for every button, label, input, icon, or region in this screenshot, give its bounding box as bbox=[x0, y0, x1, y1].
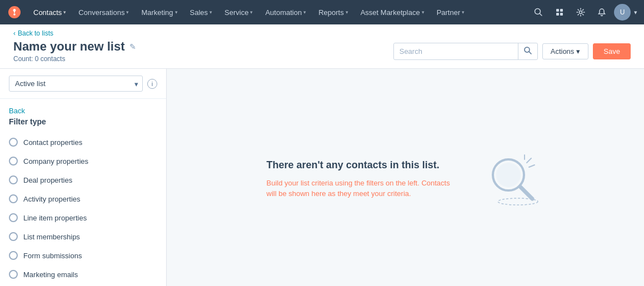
nav-marketing[interactable]: Marketing ▾ bbox=[136, 0, 183, 24]
notifications-icon-button[interactable] bbox=[593, 3, 611, 21]
filter-options-list: Contact properties Company properties De… bbox=[0, 131, 166, 286]
radio-list-memberships[interactable] bbox=[9, 232, 18, 241]
filter-sidebar: Active list Static list i Back Filter ty… bbox=[0, 69, 167, 286]
radio-activity-properties[interactable] bbox=[9, 194, 18, 203]
topnav-icon-group: U ▾ bbox=[530, 3, 637, 21]
nav-asset-marketplace[interactable]: Asset Marketplace ▾ bbox=[355, 0, 430, 24]
contact-count-label: Count: 0 contacts bbox=[13, 55, 136, 63]
page-subheader: ‹ Back to lists Name your new list ✎ Cou… bbox=[0, 24, 644, 69]
nav-partner[interactable]: Partner ▾ bbox=[431, 0, 471, 24]
svg-point-1 bbox=[13, 13, 16, 16]
filter-option-activity-properties[interactable]: Activity properties bbox=[0, 189, 166, 208]
hubspot-logo[interactable] bbox=[7, 4, 22, 20]
nav-service[interactable]: Service ▾ bbox=[219, 0, 258, 24]
filter-option-line-item-properties[interactable]: Line item properties bbox=[0, 208, 166, 227]
nav-automation[interactable]: Automation ▾ bbox=[259, 0, 312, 24]
search-box bbox=[393, 43, 538, 60]
filter-option-form-submissions[interactable]: Form submissions bbox=[0, 246, 166, 265]
nav-contacts[interactable]: Contacts ▾ bbox=[28, 0, 72, 24]
nav-reports[interactable]: Reports ▾ bbox=[313, 0, 354, 24]
search-submit-button[interactable] bbox=[518, 43, 537, 59]
chevron-down-icon: ▾ bbox=[346, 9, 348, 15]
grid-icon-button[interactable] bbox=[551, 3, 568, 21]
empty-state: There aren't any contacts in this list. … bbox=[256, 141, 556, 218]
filter-option-email-subscriptions[interactable]: Email subscriptions bbox=[0, 284, 166, 286]
filter-option-contact-properties[interactable]: Contact properties bbox=[0, 133, 166, 152]
search-icon bbox=[524, 47, 532, 54]
radio-company-properties[interactable] bbox=[9, 157, 18, 165]
chevron-down-icon: ▾ bbox=[126, 9, 129, 15]
page-title: Name your new list bbox=[13, 39, 125, 54]
svg-point-7 bbox=[580, 11, 582, 14]
chevron-left-icon: ‹ bbox=[13, 29, 16, 37]
radio-line-item-properties[interactable] bbox=[9, 213, 18, 222]
svg-rect-3 bbox=[556, 9, 559, 12]
top-navigation: Contacts ▾ Conversations ▾ Marketing ▾ S… bbox=[0, 0, 644, 24]
main-layout: Active list Static list i Back Filter ty… bbox=[0, 69, 644, 286]
filter-section: Back Filter type bbox=[0, 99, 166, 131]
list-type-select-wrapper: Active list Static list bbox=[9, 76, 143, 92]
filter-type-heading: Filter type bbox=[9, 117, 46, 126]
chevron-down-icon: ▾ bbox=[250, 9, 253, 15]
search-input[interactable] bbox=[394, 44, 518, 59]
radio-contact-properties[interactable] bbox=[9, 138, 18, 147]
list-type-row: Active list Static list i bbox=[0, 76, 166, 99]
list-type-select[interactable]: Active list Static list bbox=[9, 76, 143, 92]
radio-marketing-emails[interactable] bbox=[9, 270, 18, 279]
chevron-down-icon: ▾ bbox=[462, 9, 465, 15]
magnifier-illustration bbox=[478, 152, 545, 207]
back-to-lists-link[interactable]: ‹ Back to lists bbox=[13, 29, 53, 37]
subheader-actions: Actions ▾ Save bbox=[393, 43, 631, 60]
filter-option-marketing-emails[interactable]: Marketing emails bbox=[0, 265, 166, 284]
chevron-down-icon: ▾ bbox=[63, 9, 66, 15]
chevron-down-icon: ▾ bbox=[175, 9, 178, 15]
chevron-down-icon: ▾ bbox=[303, 9, 306, 15]
account-chevron[interactable]: ▾ bbox=[634, 9, 637, 16]
svg-point-10 bbox=[496, 163, 521, 187]
svg-rect-4 bbox=[560, 9, 563, 12]
svg-line-13 bbox=[529, 165, 535, 167]
chevron-down-icon: ▾ bbox=[422, 9, 425, 15]
chevron-down-icon: ▾ bbox=[209, 9, 212, 15]
content-area: There aren't any contacts in this list. … bbox=[167, 69, 644, 286]
actions-button[interactable]: Actions ▾ bbox=[542, 43, 589, 59]
radio-form-submissions[interactable] bbox=[9, 251, 18, 260]
svg-rect-6 bbox=[560, 13, 563, 16]
edit-title-icon[interactable]: ✎ bbox=[129, 42, 136, 51]
avatar[interactable]: U bbox=[614, 4, 631, 21]
empty-state-text: There aren't any contacts in this list. … bbox=[267, 159, 456, 199]
empty-state-title: There aren't any contacts in this list. bbox=[267, 159, 456, 171]
svg-line-11 bbox=[520, 187, 532, 199]
empty-state-description: Build your list criteria using the filte… bbox=[267, 178, 456, 199]
search-icon-button[interactable] bbox=[530, 3, 547, 21]
svg-rect-5 bbox=[556, 13, 559, 16]
filter-option-company-properties[interactable]: Company properties bbox=[0, 152, 166, 170]
actions-chevron-icon: ▾ bbox=[576, 47, 580, 56]
settings-icon-button[interactable] bbox=[572, 3, 590, 21]
filter-option-list-memberships[interactable]: List memberships bbox=[0, 227, 166, 246]
nav-conversations[interactable]: Conversations ▾ bbox=[73, 0, 134, 24]
info-icon[interactable]: i bbox=[147, 79, 157, 89]
nav-sales[interactable]: Sales ▾ bbox=[184, 0, 218, 24]
svg-line-12 bbox=[527, 158, 531, 163]
save-button[interactable]: Save bbox=[593, 43, 631, 59]
back-filter-link[interactable]: Back bbox=[9, 107, 157, 115]
filter-option-deal-properties[interactable]: Deal properties bbox=[0, 170, 166, 189]
radio-deal-properties[interactable] bbox=[9, 175, 18, 184]
list-title-area: Name your new list ✎ Count: 0 contacts bbox=[13, 39, 136, 63]
